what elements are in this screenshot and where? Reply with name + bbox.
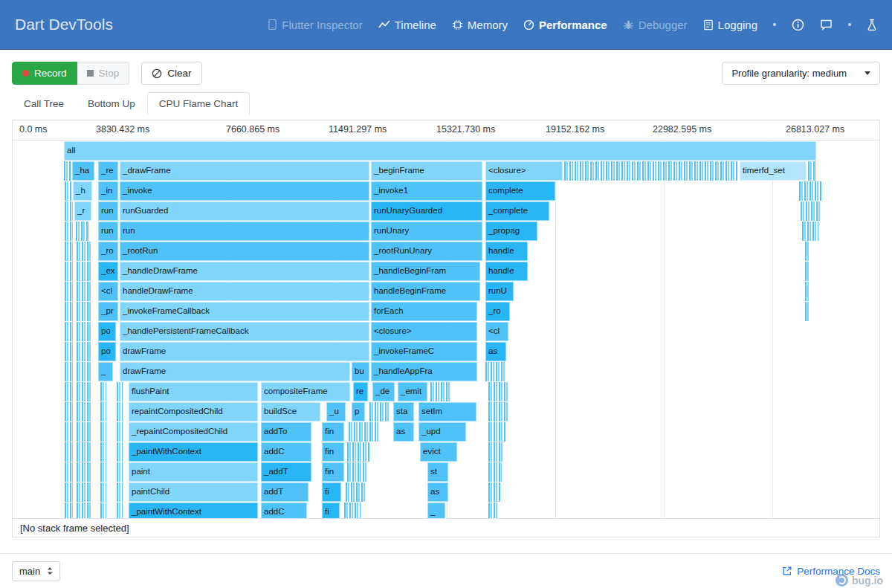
flame-sliver-group[interactable] (65, 462, 73, 482)
nav-memory[interactable]: Memory (452, 19, 508, 31)
info-icon[interactable] (792, 19, 804, 31)
flame-sliver-group[interactable] (77, 462, 91, 482)
nav-performance[interactable]: Performance (523, 19, 607, 31)
flame-bar[interactable]: _handlePersistentFrameCallback (120, 322, 369, 341)
flame-bar[interactable]: _ro (485, 302, 510, 321)
flame-bar[interactable]: _emit (398, 382, 427, 401)
flame-bar[interactable]: _u (326, 402, 346, 421)
flame-sliver-group[interactable] (488, 402, 509, 421)
flame-bar[interactable]: all (64, 141, 816, 161)
flame-bar[interactable]: run (98, 222, 118, 241)
flame-sliver-group[interactable] (65, 262, 73, 281)
isolate-select[interactable]: main (12, 561, 60, 581)
flame-sliver-group[interactable] (488, 482, 500, 502)
flame-sliver-group[interactable] (117, 402, 123, 421)
flame-bar[interactable]: setIm (418, 402, 476, 421)
flame-bar[interactable]: sta (393, 402, 414, 421)
flame-bar[interactable]: handleBeginFrame (371, 282, 480, 301)
flame-bar[interactable]: _invokeFrameC (371, 342, 477, 361)
clear-button[interactable]: Clear (141, 62, 201, 85)
flame-sliver-group[interactable] (808, 161, 816, 181)
flame-bar[interactable]: _ (98, 362, 113, 381)
flame-bar[interactable]: <cl (485, 322, 508, 341)
flame-bar[interactable]: _handleAppFra (371, 362, 477, 381)
flame-sliver-group[interactable] (488, 442, 503, 462)
flame-sliver-group[interactable] (77, 482, 91, 502)
flame-bar[interactable]: po (98, 322, 116, 341)
profile-granularity-select[interactable]: Profile granularity: medium (722, 62, 880, 85)
flame-sliver-group[interactable] (65, 201, 73, 221)
flame-sliver-group[interactable] (564, 161, 738, 181)
flame-sliver-group[interactable] (77, 302, 91, 321)
flame-bar[interactable]: drawFrame (120, 342, 369, 361)
flame-sliver-group[interactable] (65, 222, 73, 241)
flame-bar[interactable]: fi (322, 503, 340, 518)
flame-bar[interactable]: _re (98, 161, 118, 181)
nav-timeline[interactable]: Timeline (378, 19, 436, 31)
flame-bar[interactable]: compositeFrame (261, 382, 350, 401)
flame-bar[interactable]: _rootRun (120, 242, 369, 261)
flame-sliver-group[interactable] (65, 442, 73, 462)
flame-bar[interactable]: handleDrawFrame (120, 282, 369, 301)
flame-sliver-group[interactable] (801, 201, 820, 221)
flame-bar[interactable]: drawFrame (120, 362, 350, 381)
flame-sliver-group[interactable] (100, 422, 106, 442)
flame-bar[interactable]: _handleBeginFram (371, 262, 480, 281)
flame-sliver-group[interactable] (65, 322, 73, 341)
nav-flutter-inspector[interactable]: Flutter Inspector (268, 19, 362, 31)
flame-sliver-group[interactable] (77, 402, 91, 421)
flame-bar[interactable]: runUnaryGuarded (371, 201, 482, 221)
flame-bar[interactable]: st (427, 462, 448, 482)
flame-sliver-group[interactable] (117, 382, 123, 401)
flame-sliver-group[interactable] (805, 242, 809, 261)
flame-bar[interactable]: runGuarded (120, 201, 369, 221)
tab-bottom-up[interactable]: Bottom Up (76, 92, 147, 115)
flame-sliver-group[interactable] (77, 442, 91, 462)
flame-sliver-group[interactable] (65, 382, 73, 401)
flame-bar[interactable]: addTo (261, 422, 311, 442)
flame-bar[interactable]: _ (427, 503, 445, 518)
flame-bar[interactable]: _complete (485, 201, 549, 221)
flame-sliver-group[interactable] (65, 422, 73, 442)
flame-bar[interactable]: _ro (98, 242, 118, 261)
flame-sliver-group[interactable] (65, 503, 73, 518)
flame-bar[interactable]: _ha (72, 161, 94, 181)
flame-bar[interactable]: <cl (98, 282, 118, 301)
flame-bar[interactable]: paint (129, 462, 258, 482)
flame-sliver-group[interactable] (100, 442, 106, 462)
flame-bar[interactable]: _rootRunUnary (371, 242, 482, 261)
flame-bar[interactable]: re (353, 382, 368, 401)
flame-bar[interactable]: as (393, 422, 414, 442)
flame-sliver-group[interactable] (65, 482, 73, 502)
flame-sliver-group[interactable] (76, 222, 89, 241)
flame-bar[interactable]: po (98, 342, 116, 361)
flame-bar[interactable]: as (427, 482, 448, 502)
flame-sliver-group[interactable] (100, 482, 106, 502)
flame-bar[interactable]: paintChild (129, 482, 258, 502)
flame-sliver-group[interactable] (344, 503, 361, 518)
flame-sliver-group[interactable] (349, 422, 378, 442)
flame-bar[interactable]: runUnary (371, 222, 482, 241)
flame-sliver-group[interactable] (799, 181, 821, 201)
flame-sliver-group[interactable] (117, 422, 123, 442)
flame-sliver-group[interactable] (65, 242, 73, 261)
nav-debugger[interactable]: Debugger (623, 19, 688, 31)
flame-sliver-group[interactable] (77, 342, 91, 361)
flame-bar[interactable]: _paintWithContext (129, 442, 258, 462)
flame-bar[interactable]: fin (322, 422, 344, 442)
flame-bar[interactable]: _repaintCompositedChild (129, 422, 258, 442)
tab-cpu-flame-chart[interactable]: CPU Flame Chart (147, 92, 251, 115)
flame-sliver-group[interactable] (346, 482, 365, 502)
flame-sliver-group[interactable] (100, 382, 106, 401)
flame-sliver-group[interactable] (100, 503, 106, 518)
flame-bar[interactable]: <closure> (485, 161, 563, 181)
flame-sliver-group[interactable] (802, 222, 818, 241)
flame-sliver-group[interactable] (117, 482, 123, 502)
flame-sliver-group[interactable] (65, 362, 73, 381)
performance-docs-link[interactable]: Performance Docs (782, 566, 880, 577)
flame-sliver-group[interactable] (485, 362, 506, 381)
flame-bar[interactable]: handle (485, 242, 528, 261)
flame-bar[interactable]: run (120, 222, 369, 241)
flame-sliver-group[interactable] (117, 503, 123, 518)
flame-bar[interactable]: complete (485, 181, 555, 201)
